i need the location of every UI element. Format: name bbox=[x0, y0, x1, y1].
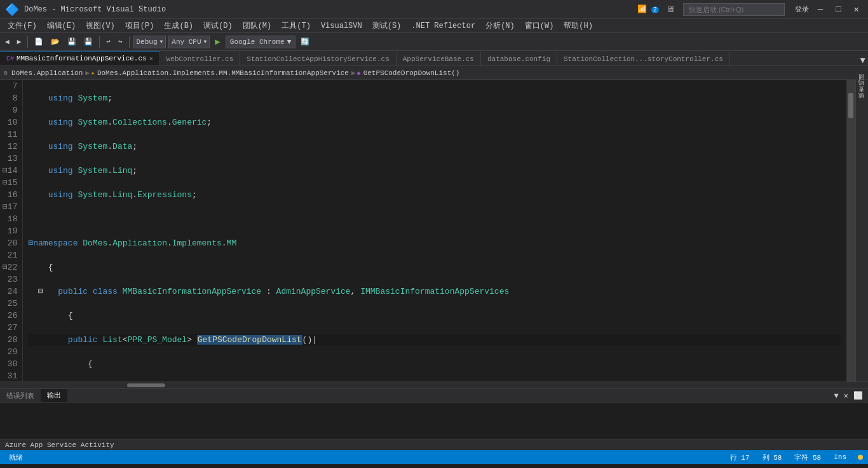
status-ins[interactable]: Ins bbox=[830, 453, 850, 461]
save-icon[interactable]: 💾 bbox=[65, 36, 79, 47]
app-title: DoMes - Microsoft Visual Studio bbox=[24, 5, 637, 14]
separator-2 bbox=[99, 36, 100, 48]
title-bar: 🔷 DoMes - Microsoft Visual Studio 📶 2 🖥 … bbox=[0, 0, 868, 19]
sidebar-lens-icon[interactable]: 镜 bbox=[858, 100, 866, 106]
tab-storycontroller[interactable]: StationCollection...storyController.cs bbox=[557, 52, 730, 65]
refresh-button[interactable]: 🔄 bbox=[298, 36, 312, 47]
output-panel-controls: ▼ ✕ ⬜ bbox=[829, 390, 868, 402]
menu-item-v[interactable]: 视图(V) bbox=[81, 19, 120, 32]
menu-item-t[interactable]: 工具(T) bbox=[276, 19, 316, 32]
menu-item-netreflector[interactable]: .NET Reflector bbox=[406, 20, 480, 32]
title-controls: 📶 2 🖥 登录 ─ □ ✕ bbox=[637, 3, 863, 16]
back-button[interactable]: ◀ bbox=[3, 36, 12, 47]
separator-3 bbox=[129, 36, 130, 48]
save-all-icon[interactable]: 💾 bbox=[81, 36, 95, 47]
platform-dropdown[interactable]: Any CPU ▼ bbox=[168, 36, 210, 48]
breadcrumb-namespace[interactable]: DoMes.Application bbox=[10, 69, 84, 77]
status-char[interactable]: 字符 58 bbox=[790, 453, 825, 462]
menu-item-b[interactable]: 生成(B) bbox=[159, 19, 198, 32]
run-target-dropdown[interactable]: Google Chrome ▼ bbox=[226, 36, 295, 48]
vs-logo-icon: 🔷 bbox=[5, 3, 19, 17]
tab-appservice[interactable]: AppServiceBase.cs bbox=[397, 52, 481, 65]
tab-output[interactable]: 输出 bbox=[41, 389, 67, 402]
menu-item-f[interactable]: 文件(F) bbox=[3, 19, 42, 32]
tab-label: StationCollectAppHistoryService.cs bbox=[247, 55, 389, 63]
menu-item-h[interactable]: 帮助(H) bbox=[559, 19, 598, 32]
tab-label: WebController.cs bbox=[166, 55, 234, 63]
status-ready[interactable]: 就绪 bbox=[5, 453, 27, 462]
breadcrumb-method[interactable]: GetPSCodeDropDownList() bbox=[362, 69, 461, 77]
menu-item-n[interactable]: 分析(N) bbox=[480, 19, 520, 32]
run-button[interactable]: ▶ bbox=[212, 36, 222, 47]
debug-config-label: Debug bbox=[137, 38, 158, 46]
breadcrumb-sep-1: ▶ bbox=[84, 69, 91, 77]
project-icon: ⚙ bbox=[4, 69, 8, 77]
code-editor[interactable]: 7 8 9 10 11 12 13 ⊟14 ⊟15 16 ⊟17 18 19 2… bbox=[0, 80, 855, 382]
main-area: 7 8 9 10 11 12 13 ⊟14 ⊟15 16 ⊟17 18 19 2… bbox=[0, 80, 868, 382]
close-button[interactable]: ✕ bbox=[850, 4, 863, 15]
status-dot-icon bbox=[858, 455, 863, 460]
tab-label: StationCollection...storyController.cs bbox=[564, 55, 723, 63]
status-bar: 就绪 行 17 列 58 字符 58 Ins bbox=[0, 450, 868, 464]
tab-label: AppServiceBase.cs bbox=[403, 55, 474, 63]
sidebar-review-icon[interactable]: 查 bbox=[858, 94, 866, 99]
tab-error-list[interactable]: 错误列表 bbox=[0, 389, 41, 402]
sidebar-team-icon[interactable]: 团 bbox=[858, 81, 866, 86]
menu-bar: 文件(F)编辑(E)视图(V)项目(P)生成(B)调试(D)团队(M)工具(T)… bbox=[0, 19, 868, 33]
status-col[interactable]: 列 58 bbox=[759, 453, 786, 462]
flame-icon: ✦ bbox=[91, 69, 95, 77]
tab-bar: C# MMBasicInformationAppService.cs ✕ Web… bbox=[0, 51, 868, 66]
platform-label: Any CPU bbox=[172, 38, 201, 46]
open-file-icon[interactable]: 📂 bbox=[48, 36, 62, 47]
scroll-thumb[interactable] bbox=[848, 93, 853, 118]
horizontal-scrollbar[interactable] bbox=[0, 382, 868, 388]
undo-button[interactable]: ↩ bbox=[104, 36, 113, 47]
method-icon: ◆ bbox=[357, 69, 361, 77]
menu-item-visualsvn[interactable]: VisualSVN bbox=[316, 20, 367, 32]
menu-item-d[interactable]: 调试(D) bbox=[198, 19, 238, 32]
maximize-button[interactable]: □ bbox=[832, 4, 844, 15]
breadcrumb-sep-2: ▶ bbox=[350, 69, 357, 77]
tab-scroll-button[interactable]: ▼ bbox=[858, 55, 868, 65]
minimize-button[interactable]: ─ bbox=[814, 4, 827, 15]
monitor-icon[interactable]: 🖥 bbox=[667, 4, 675, 15]
output-panel: 错误列表 输出 ▼ ✕ ⬜ bbox=[0, 388, 868, 439]
h-scroll-thumb[interactable] bbox=[127, 383, 165, 387]
menu-item-e[interactable]: 编辑(E) bbox=[42, 19, 81, 32]
sidebar-code-icon[interactable]: 码 bbox=[858, 88, 866, 93]
tab-close-icon[interactable]: ✕ bbox=[149, 55, 153, 62]
azure-activity-label: Azure App Service Activity bbox=[5, 441, 114, 449]
debug-config-dropdown[interactable]: Debug ▼ bbox=[133, 36, 166, 48]
tab-stationcollect[interactable]: StationCollectAppHistoryService.cs bbox=[240, 52, 396, 65]
azure-bar: Azure App Service Activity bbox=[0, 439, 868, 450]
csharp-file-icon: C# bbox=[6, 55, 14, 62]
forward-button[interactable]: ▶ bbox=[15, 36, 24, 47]
separator-1 bbox=[27, 36, 28, 48]
menu-item-p[interactable]: 项目(P) bbox=[120, 19, 159, 32]
vertical-scrollbar[interactable] bbox=[846, 80, 855, 382]
output-close-icon[interactable]: ✕ bbox=[841, 390, 851, 402]
new-file-icon[interactable]: 📄 bbox=[32, 36, 46, 47]
tab-mmbasic[interactable]: C# MMBasicInformationAppService.cs ✕ bbox=[0, 52, 160, 65]
quick-launch-input[interactable] bbox=[683, 3, 785, 16]
output-down-icon[interactable]: ▼ bbox=[832, 390, 841, 402]
tab-label: database.config bbox=[487, 55, 550, 63]
line-numbers: 7 8 9 10 11 12 13 ⊟14 ⊟15 16 ⊟17 18 19 2… bbox=[0, 80, 23, 382]
menu-item-w[interactable]: 窗口(W) bbox=[520, 19, 559, 32]
login-button[interactable]: 登录 bbox=[795, 4, 809, 14]
status-row[interactable]: 行 17 bbox=[726, 453, 754, 462]
tab-webcontroller[interactable]: WebController.cs bbox=[160, 52, 241, 65]
breadcrumb-class[interactable]: DoMes.Application.Implements.MM.MMBasicI… bbox=[96, 69, 350, 77]
chevron-down-icon-2: ▼ bbox=[204, 39, 207, 45]
tab-database[interactable]: database.config bbox=[481, 52, 557, 65]
menu-item-s[interactable]: 测试(S) bbox=[367, 19, 407, 32]
output-content bbox=[0, 403, 868, 439]
menu-item-m[interactable]: 团队(M) bbox=[238, 19, 277, 32]
breadcrumb: ⚙ DoMes.Application ▶ ✦ DoMes.Applicatio… bbox=[0, 66, 868, 80]
chevron-down-icon-3: ▼ bbox=[287, 38, 292, 46]
notification-icon[interactable]: 📶 2 bbox=[637, 4, 659, 14]
output-float-icon[interactable]: ⬜ bbox=[851, 390, 865, 402]
code-content[interactable]: using System; using System.Collections.G… bbox=[23, 80, 846, 382]
redo-button[interactable]: ↪ bbox=[116, 36, 125, 47]
right-sidebar: 团 码 查 镜 bbox=[855, 80, 868, 382]
